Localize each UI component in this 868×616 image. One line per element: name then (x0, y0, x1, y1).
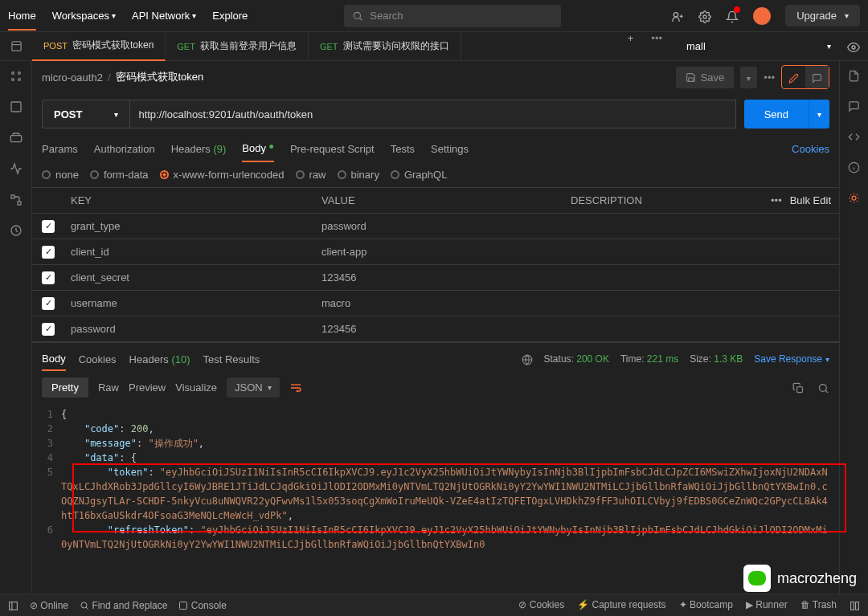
save-button[interactable]: Save (676, 67, 735, 88)
view-visualize[interactable]: Visualize (175, 381, 217, 394)
environment-selector[interactable]: mall▾ (678, 35, 839, 57)
left-sidebar (0, 61, 32, 616)
request-tab[interactable]: GET测试需要访问权限的接口 (309, 32, 461, 61)
svg-rect-34 (856, 602, 859, 610)
footer-cookies[interactable]: ⊘ Cookies (518, 599, 564, 610)
request-tab[interactable]: POST密码模式获取token (32, 32, 166, 61)
radio-form-data[interactable]: form-data (90, 169, 149, 181)
save-dropdown[interactable]: ▾ (740, 67, 757, 88)
nav-explore[interactable]: Explore (212, 10, 248, 22)
footer-bootcamp[interactable]: ✦ Bootcamp (679, 599, 733, 610)
tab-headers[interactable]: Headers (9) (171, 137, 227, 161)
resp-tab-headers[interactable]: Headers (10) (129, 349, 190, 370)
send-button[interactable]: Send (744, 100, 809, 129)
sidebar-collapse-icon[interactable] (8, 599, 18, 610)
comment-icon[interactable] (805, 66, 829, 88)
request-tabs: Params Authorization Headers (9) Body • … (32, 135, 839, 162)
radio-raw[interactable]: raw (296, 169, 326, 181)
edit-icon[interactable] (782, 66, 805, 88)
row-checkbox[interactable]: ✓ (42, 220, 55, 233)
view-preview[interactable]: Preview (129, 381, 166, 394)
value-cell[interactable]: 123456 (315, 271, 564, 284)
upgrade-button[interactable]: Upgrade▾ (785, 5, 860, 27)
key-cell[interactable]: client_id (64, 246, 315, 258)
apis-icon[interactable] (10, 100, 23, 114)
method-selector[interactable]: POST▾ (42, 100, 129, 129)
radio-graphql[interactable]: GraphQL (391, 169, 447, 181)
search-input[interactable]: Search (344, 5, 561, 27)
tab-tests[interactable]: Tests (391, 137, 415, 161)
footer-capture[interactable]: ⚡ Capture requests (577, 599, 665, 610)
row-checkbox[interactable]: ✓ (42, 323, 55, 336)
tab-params[interactable]: Params (42, 137, 78, 161)
tab-prerequest[interactable]: Pre-request Script (290, 137, 375, 161)
row-checkbox[interactable]: ✓ (42, 271, 55, 284)
invite-icon[interactable] (671, 8, 684, 22)
comments-icon[interactable] (848, 100, 860, 112)
footer-trash[interactable]: 🗑 Trash (800, 599, 837, 610)
view-pretty[interactable]: Pretty (42, 377, 88, 398)
code-icon[interactable] (848, 130, 860, 143)
breadcrumb-parent[interactable]: micro-oauth2 (42, 71, 103, 84)
avatar[interactable] (753, 7, 771, 25)
monitors-icon[interactable] (10, 162, 23, 176)
status-online[interactable]: ⊘ Online (30, 600, 68, 611)
url-input[interactable]: http://localhost:9201/auth/oauth/token (129, 100, 735, 129)
footer-runner[interactable]: ▶ Runner (746, 599, 788, 610)
more-options-icon[interactable]: ••• (764, 71, 775, 84)
environment-view-icon[interactable] (847, 39, 860, 53)
docs-icon[interactable] (848, 69, 860, 82)
value-cell[interactable]: macro (315, 297, 564, 309)
environments-icon[interactable] (10, 131, 23, 145)
edit-mode-toggle[interactable] (781, 65, 829, 88)
value-cell[interactable]: 123456 (315, 323, 564, 335)
response-search-icon[interactable] (817, 381, 829, 394)
bulk-edit-link[interactable]: Bulk Edit (790, 194, 831, 206)
flows-icon[interactable] (10, 193, 23, 206)
info-icon[interactable] (848, 161, 860, 173)
view-raw[interactable]: Raw (98, 381, 119, 394)
row-checkbox[interactable]: ✓ (42, 246, 55, 259)
tab-settings[interactable]: Settings (431, 137, 469, 161)
key-cell[interactable]: password (64, 323, 315, 335)
add-tab-button[interactable]: + (618, 32, 644, 60)
radio-none[interactable]: none (42, 169, 79, 181)
format-selector[interactable]: JSON▾ (227, 377, 280, 398)
tab-body[interactable]: Body • (242, 136, 274, 162)
key-cell[interactable]: grant_type (64, 220, 315, 232)
nav-workspaces[interactable]: Workspaces▾ (52, 10, 116, 22)
globe-icon[interactable] (522, 353, 533, 365)
console[interactable]: Console (178, 600, 226, 611)
settings-icon[interactable] (698, 8, 711, 22)
key-cell[interactable]: username (64, 297, 315, 309)
send-dropdown[interactable]: ▾ (809, 100, 829, 129)
wrap-lines-icon[interactable] (289, 381, 302, 394)
response-body[interactable]: 1{ 2 "code": 200, 3 "message": "操作成功", 4… (32, 404, 839, 555)
row-checkbox[interactable]: ✓ (42, 297, 55, 310)
tab-authorization[interactable]: Authorization (94, 137, 155, 161)
resp-tab-cookies[interactable]: Cookies (79, 349, 117, 370)
related-icon[interactable] (848, 191, 860, 204)
resp-tab-test-results[interactable]: Test Results (203, 349, 260, 370)
value-cell[interactable]: password (315, 220, 564, 232)
save-response-button[interactable]: Save Response▾ (754, 353, 829, 365)
radio-binary[interactable]: binary (338, 169, 379, 181)
cookies-link[interactable]: Cookies (792, 143, 829, 155)
history-icon[interactable] (10, 224, 23, 238)
notifications-icon[interactable] (726, 8, 739, 22)
request-tab[interactable]: GET获取当前登录用户信息 (166, 32, 309, 61)
resp-tab-body[interactable]: Body (42, 348, 66, 371)
key-cell[interactable]: client_secret (64, 271, 315, 284)
footer-layout-icon[interactable] (850, 599, 860, 610)
copy-icon[interactable] (792, 381, 805, 394)
nav-api-network[interactable]: API Network▾ (132, 10, 196, 22)
collections-icon[interactable] (10, 69, 23, 83)
tab-overflow-icon[interactable]: ••• (643, 32, 670, 60)
find-replace[interactable]: Find and Replace (80, 600, 167, 611)
table-options-icon[interactable]: ••• (771, 194, 782, 206)
nav-home[interactable]: Home (8, 10, 36, 31)
sidebar-toggle-icon[interactable] (0, 32, 32, 60)
value-cell[interactable]: client-app (315, 246, 564, 258)
radio-urlencoded[interactable]: x-www-form-urlencoded (160, 169, 285, 181)
svg-rect-14 (10, 135, 21, 141)
